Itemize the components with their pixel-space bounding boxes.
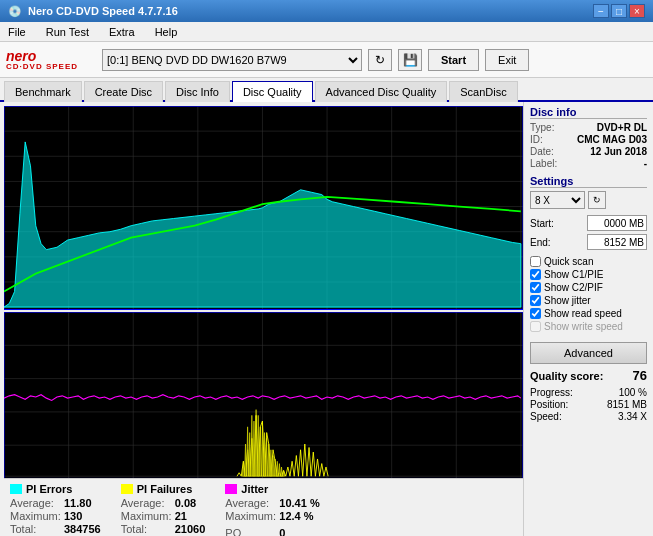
pi-failures-color <box>121 484 133 494</box>
end-input[interactable] <box>587 234 647 250</box>
tab-create-disc[interactable]: Create Disc <box>84 81 163 102</box>
progress-label: Progress: <box>530 387 573 398</box>
tabs-bar: Benchmark Create Disc Disc Info Disc Qua… <box>0 78 653 102</box>
show-read-speed-label: Show read speed <box>544 308 622 319</box>
label-label: Label: <box>530 158 557 169</box>
menu-file[interactable]: File <box>4 25 30 39</box>
options-section: Quick scan Show C1/PIE Show C2/PIF Show … <box>530 256 647 332</box>
quick-scan-checkbox[interactable] <box>530 256 541 267</box>
pi-errors-color <box>10 484 22 494</box>
exit-button[interactable]: Exit <box>485 49 529 71</box>
date-label: Date: <box>530 146 554 157</box>
tab-scan-disc[interactable]: ScanDisc <box>449 81 517 102</box>
legend-jitter: Jitter Average: 10.41 % Maximum: 12.4 % … <box>225 483 319 536</box>
nero-logo: nero CD·DVD SPEED <box>6 49 96 71</box>
speed-select[interactable]: 8 X 4 X 2 X MAX <box>530 191 585 209</box>
id-label: ID: <box>530 134 543 145</box>
start-label: Start: <box>530 218 554 229</box>
tab-benchmark[interactable]: Benchmark <box>4 81 82 102</box>
jitter-label: Jitter <box>241 483 268 495</box>
tab-advanced-disc-quality[interactable]: Advanced Disc Quality <box>315 81 448 102</box>
title-bar: 💿 Nero CD-DVD Speed 4.7.7.16 − □ × <box>0 0 653 22</box>
toolbar: nero CD·DVD SPEED [0:1] BENQ DVD DD DW16… <box>0 42 653 78</box>
progress-value: 100 % <box>619 387 647 398</box>
progress-section: Progress: 100 % Position: 8151 MB Speed:… <box>530 387 647 422</box>
window-title: Nero CD-DVD Speed 4.7.7.16 <box>28 5 178 17</box>
menu-extra[interactable]: Extra <box>105 25 139 39</box>
settings-refresh-button[interactable]: ↻ <box>588 191 606 209</box>
scan-range-section: Start: End: <box>530 215 647 250</box>
quality-score-value: 76 <box>633 368 647 383</box>
type-value: DVD+R DL <box>597 122 647 133</box>
lower-chart: 50 40 30 20 10 20 16 12 8 4 0.0 1.0 2.0 … <box>4 312 523 479</box>
menu-run-test[interactable]: Run Test <box>42 25 93 39</box>
maximize-button[interactable]: □ <box>611 4 627 18</box>
app-icon: 💿 <box>8 5 22 18</box>
upper-chart: 200 160 120 80 40 16 12 8 4 0.0 1.0 2.0 … <box>4 106 523 310</box>
drive-select[interactable]: [0:1] BENQ DVD DD DW1620 B7W9 <box>102 49 362 71</box>
settings-section: Settings 8 X 4 X 2 X MAX ↻ <box>530 175 647 209</box>
legend-pi-failures: PI Failures Average: 0.08 Maximum: 21 To… <box>121 483 206 535</box>
speed-value: 3.34 X <box>618 411 647 422</box>
label-value: - <box>644 158 647 169</box>
tab-disc-quality[interactable]: Disc Quality <box>232 81 313 102</box>
pi-failures-label: PI Failures <box>137 483 193 495</box>
show-c2-pif-checkbox[interactable] <box>530 282 541 293</box>
show-c2-pif-label: Show C2/PIF <box>544 282 603 293</box>
show-read-speed-checkbox[interactable] <box>530 308 541 319</box>
advanced-button[interactable]: Advanced <box>530 342 647 364</box>
show-c1-pie-label: Show C1/PIE <box>544 269 603 280</box>
disc-info-title: Disc info <box>530 106 647 119</box>
disc-info-section: Disc info Type: DVD+R DL ID: CMC MAG D03… <box>530 106 647 169</box>
save-button[interactable]: 💾 <box>398 49 422 71</box>
start-input[interactable] <box>587 215 647 231</box>
quality-score-label: Quality score: <box>530 370 603 382</box>
right-panel: Disc info Type: DVD+R DL ID: CMC MAG D03… <box>523 102 653 536</box>
position-value: 8151 MB <box>607 399 647 410</box>
position-label: Position: <box>530 399 568 410</box>
date-value: 12 Jun 2018 <box>590 146 647 157</box>
show-jitter-label: Show jitter <box>544 295 591 306</box>
legend-pi-errors: PI Errors Average: 11.80 Maximum: 130 To… <box>10 483 101 535</box>
jitter-color <box>225 484 237 494</box>
show-write-speed-label: Show write speed <box>544 321 623 332</box>
minimize-button[interactable]: − <box>593 4 609 18</box>
tab-disc-info[interactable]: Disc Info <box>165 81 230 102</box>
menu-bar: File Run Test Extra Help <box>0 22 653 42</box>
speed-label: Speed: <box>530 411 562 422</box>
refresh-button[interactable]: ↻ <box>368 49 392 71</box>
close-button[interactable]: × <box>629 4 645 18</box>
menu-help[interactable]: Help <box>151 25 182 39</box>
start-button[interactable]: Start <box>428 49 479 71</box>
quality-score-row: Quality score: 76 <box>530 368 647 383</box>
settings-title: Settings <box>530 175 647 188</box>
legend-strip: PI Errors Average: 11.80 Maximum: 130 To… <box>4 478 523 536</box>
end-label: End: <box>530 237 551 248</box>
show-write-speed-checkbox[interactable] <box>530 321 541 332</box>
show-c1-pie-checkbox[interactable] <box>530 269 541 280</box>
quick-scan-label: Quick scan <box>544 256 593 267</box>
id-value: CMC MAG D03 <box>577 134 647 145</box>
pi-errors-label: PI Errors <box>26 483 72 495</box>
type-label: Type: <box>530 122 554 133</box>
show-jitter-checkbox[interactable] <box>530 295 541 306</box>
